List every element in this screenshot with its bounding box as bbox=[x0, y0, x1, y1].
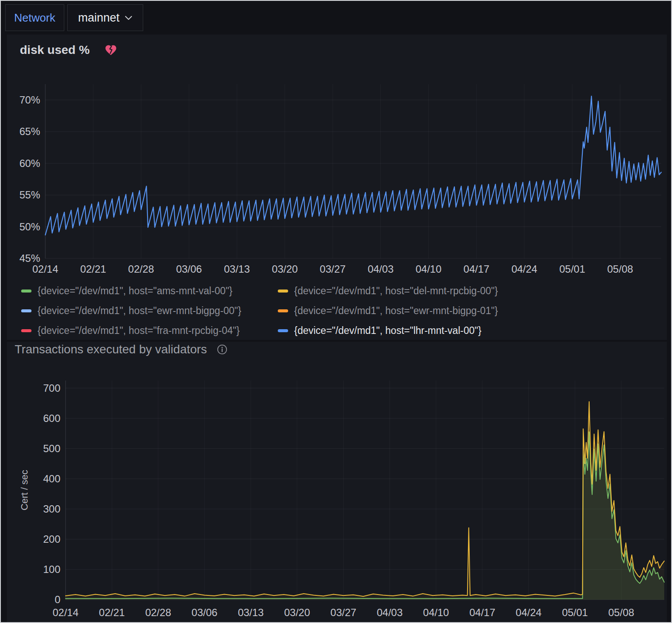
broken-heart-icon bbox=[104, 44, 117, 57]
y-tick-label: 70% bbox=[19, 94, 40, 106]
panel-disk-title[interactable]: disk used % bbox=[20, 43, 90, 57]
x-tick-label: 02/14 bbox=[53, 607, 79, 618]
disk-used-chart[interactable]: 02/1402/2102/2803/0603/1303/2003/2704/03… bbox=[7, 78, 667, 282]
x-tick-label: 03/13 bbox=[224, 263, 250, 275]
legend-series-color-chip bbox=[21, 329, 31, 332]
legend-item-0[interactable]: {device="/dev/md1", host="ams-mnt-val-00… bbox=[21, 284, 278, 298]
x-tick-label: 04/10 bbox=[416, 263, 442, 275]
info-icon[interactable] bbox=[217, 344, 228, 355]
legend-item-2[interactable]: {device="/dev/md1", host="ewr-mnt-bigpg-… bbox=[21, 304, 278, 318]
x-tick-label: 02/14 bbox=[32, 263, 58, 275]
tx-series-fill-yellow bbox=[66, 402, 664, 600]
tx-series-fill-green bbox=[66, 432, 664, 600]
transactions-chart[interactable]: 02/1402/2102/2803/0603/1303/2003/2704/03… bbox=[7, 368, 667, 623]
x-tick-label: 03/13 bbox=[238, 607, 264, 618]
x-tick-label: 05/08 bbox=[607, 263, 633, 275]
chevron-down-icon bbox=[125, 16, 132, 20]
legend-item-5[interactable]: {device="/dev/md1", host="lhr-mnt-val-00… bbox=[278, 324, 498, 338]
y-tick-label: 500 bbox=[43, 443, 60, 454]
y-tick-label: 60% bbox=[19, 157, 40, 169]
panel-transactions-title[interactable]: Transactions executed by validators bbox=[15, 343, 207, 356]
y-tick-label: 55% bbox=[19, 189, 40, 201]
network-variable-value[interactable]: mainnet bbox=[78, 11, 119, 25]
x-tick-label: 03/06 bbox=[192, 607, 217, 618]
x-tick-label: 04/03 bbox=[367, 263, 393, 275]
disk-chart-svg[interactable]: 02/1402/2102/2803/0603/1303/2003/2704/03… bbox=[7, 78, 667, 280]
x-tick-label: 02/28 bbox=[128, 263, 154, 275]
grafana-dashboard: { "header": { "network_label": "Network"… bbox=[0, 0, 672, 623]
y-tick-label: 400 bbox=[43, 473, 60, 485]
x-tick-label: 04/24 bbox=[512, 263, 537, 275]
legend-series-color-chip bbox=[21, 309, 31, 312]
disk-legend: {device="/dev/md1", host="ams-mnt-val-00… bbox=[21, 284, 498, 338]
x-tick-label: 02/21 bbox=[99, 607, 125, 618]
tx-series-line-yellow[interactable] bbox=[66, 402, 664, 596]
x-tick-label: 04/17 bbox=[464, 263, 490, 275]
legend-item-3[interactable]: {device="/dev/md1", host="ewr-mnt-bigpg-… bbox=[278, 304, 498, 318]
x-tick-label: 03/06 bbox=[176, 263, 202, 275]
x-tick-label: 04/17 bbox=[469, 607, 495, 618]
y-tick-label: 45% bbox=[19, 252, 40, 264]
legend-series-label: {device="/dev/md1", host="ewr-mnt-bigpg-… bbox=[294, 304, 498, 318]
tx-series-line-green[interactable] bbox=[66, 432, 664, 598]
x-tick-label: 03/20 bbox=[272, 263, 298, 275]
y-tick-label: 600 bbox=[43, 412, 60, 424]
legend-series-label: {device="/dev/md1", host="lhr-mnt-val-00… bbox=[294, 324, 481, 338]
legend-series-label: {device="/dev/md1", host="ewr-mnt-bigpg-… bbox=[38, 304, 241, 318]
x-tick-label: 04/24 bbox=[516, 607, 542, 618]
network-variable-dropdown[interactable]: mainnet bbox=[67, 4, 143, 31]
x-tick-label: 03/27 bbox=[320, 263, 345, 275]
x-tick-label: 03/20 bbox=[284, 607, 310, 618]
x-tick-label: 05/01 bbox=[562, 607, 588, 618]
x-tick-label: 02/21 bbox=[80, 263, 106, 275]
panel-transactions: Transactions executed by validators Cert… bbox=[7, 342, 667, 622]
y-tick-label: 200 bbox=[43, 533, 60, 545]
legend-series-color-chip bbox=[278, 329, 288, 332]
x-tick-label: 04/03 bbox=[377, 607, 402, 618]
x-tick-label: 04/10 bbox=[423, 607, 449, 618]
legend-item-1[interactable]: {device="/dev/md1", host="del-mnt-rpcbig… bbox=[278, 284, 498, 298]
tx-chart-svg[interactable]: 02/1402/2102/2803/0603/1303/2003/2704/03… bbox=[7, 368, 667, 622]
y-tick-label: 0 bbox=[55, 594, 60, 605]
network-variable-label: Network bbox=[14, 11, 55, 25]
legend-series-color-chip bbox=[21, 289, 31, 293]
x-tick-label: 05/08 bbox=[608, 607, 634, 618]
x-tick-label: 03/27 bbox=[330, 607, 356, 618]
y-tick-label: 65% bbox=[19, 126, 40, 137]
y-tick-label: 700 bbox=[43, 382, 60, 394]
y-tick-label: 300 bbox=[43, 503, 60, 515]
y-tick-label: 50% bbox=[19, 221, 40, 233]
disk-series-line--device-dev-md1-host-lhr-mnt-val-00-[interactable] bbox=[45, 96, 661, 235]
x-tick-label: 05/01 bbox=[559, 263, 585, 275]
panel-disk-used: disk used % 02/1402/2102/2803/0603/1303/… bbox=[7, 35, 667, 340]
network-variable-label-box: Network bbox=[5, 4, 64, 31]
legend-series-label: {device="/dev/md1", host="ams-mnt-val-00… bbox=[38, 284, 232, 298]
y-tick-label: 100 bbox=[43, 563, 60, 575]
x-tick-label: 02/28 bbox=[145, 607, 171, 618]
legend-series-label: {device="/dev/md1", host="fra-mnt-rpcbig… bbox=[38, 324, 240, 338]
legend-item-4[interactable]: {device="/dev/md1", host="fra-mnt-rpcbig… bbox=[21, 324, 278, 338]
legend-series-color-chip bbox=[278, 309, 288, 312]
legend-series-label: {device="/dev/md1", host="del-mnt-rpcbig… bbox=[294, 284, 498, 298]
legend-series-color-chip bbox=[278, 289, 288, 293]
